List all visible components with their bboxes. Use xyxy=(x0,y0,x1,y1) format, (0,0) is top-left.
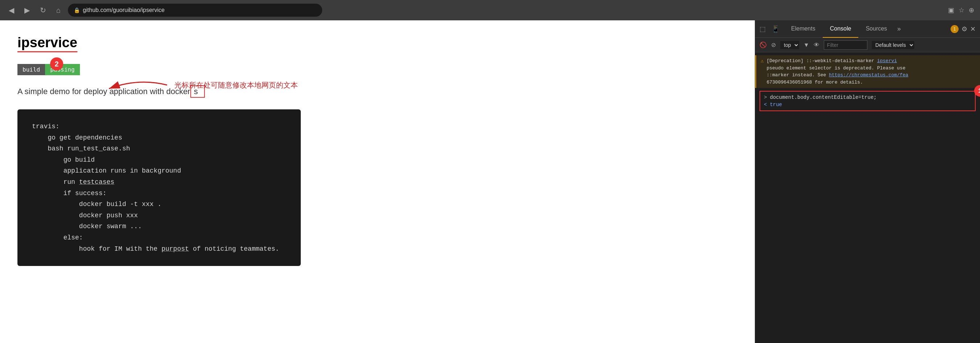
console-warning: ⚠ [Deprecation] ::-webkit-details-marker… xyxy=(755,55,980,88)
more-tabs-icon[interactable]: » xyxy=(894,25,904,33)
inspect-icon[interactable]: ⬚ xyxy=(759,25,766,33)
console-input-line: > document.body.contentEditable=true; xyxy=(764,94,971,101)
console-output-value: true xyxy=(770,102,782,108)
cast-button[interactable]: ▣ xyxy=(948,6,954,14)
annotation-text: 光标所在处可随意修改本地网页的文本 xyxy=(174,80,298,90)
main-layout: ipservice build passing 2 光标所在处可随意修改本地网页… xyxy=(0,20,980,343)
code-line-11: else: xyxy=(32,232,286,243)
refresh-button[interactable]: ↻ xyxy=(37,4,49,16)
console-clear-icon[interactable]: ⊘ xyxy=(771,41,776,48)
home-button[interactable]: ⌂ xyxy=(53,5,64,16)
console-cmd-wrapper: > document.body.contentEditable=true; < … xyxy=(755,91,980,111)
tab-console[interactable]: Console xyxy=(823,20,859,38)
badge-row: build passing 2 xyxy=(18,64,737,75)
code-line-8: docker build -t xxx . xyxy=(32,199,286,210)
chromestatus-link[interactable]: https://chromestatus.com/fea xyxy=(829,72,908,78)
site-title: ipservice xyxy=(18,35,77,52)
devtools-toolbar: ⬚ 📱 Elements Console Sources » 1 ⚙ xyxy=(755,20,980,38)
extension-button[interactable]: ⊕ xyxy=(969,6,974,14)
console-context-select[interactable]: top xyxy=(780,41,799,49)
warning-icon: ⚠ xyxy=(760,58,764,64)
warning-link[interactable]: ipservi xyxy=(877,58,897,64)
console-output-line: < true xyxy=(764,101,971,108)
browser-actions: ▣ ☆ ⊕ xyxy=(948,6,974,14)
devtools-close-icon[interactable]: ✕ xyxy=(970,25,976,33)
console-ban-icon[interactable]: 🚫 xyxy=(759,41,767,48)
console-command[interactable]: document.body.contentEditable=true; xyxy=(770,94,877,100)
console-eye-icon[interactable]: 👁 xyxy=(814,42,819,48)
code-block: travis: go get dependencies bash run_tes… xyxy=(18,109,301,266)
warning-message: [Deprecation] ::-webkit-details-marker i… xyxy=(767,57,976,86)
tab-sources[interactable]: Sources xyxy=(858,20,894,38)
annotation-arrow xyxy=(102,74,174,96)
code-line-4: go build xyxy=(32,155,286,166)
badge-build: build xyxy=(18,64,45,75)
badge-number-2: 2 xyxy=(50,57,63,70)
console-content: ⚠ [Deprecation] ::-webkit-details-marker… xyxy=(755,52,980,343)
devtools-tabs: Elements Console Sources » xyxy=(784,20,943,38)
code-line-1: travis: xyxy=(32,121,286,132)
annotation-container: 光标所在处可随意修改本地网页的文本 xyxy=(102,74,298,96)
output-arrow: < xyxy=(764,102,767,108)
warning-count-badge: 1 xyxy=(951,25,959,33)
code-line-5: application runs in background xyxy=(32,165,286,177)
devtools-settings-icon[interactable]: ⚙ xyxy=(961,25,967,33)
code-line-3: bash run_test_case.sh xyxy=(32,143,286,155)
devtools-panel: ⬚ 📱 Elements Console Sources » 1 ⚙ xyxy=(755,20,980,343)
code-line-10: docker swarm ... xyxy=(32,221,286,232)
console-level-select[interactable]: Default levels xyxy=(872,41,914,49)
code-line-6: run testcases xyxy=(32,177,286,188)
code-line-9: docker push xxx xyxy=(32,210,286,221)
forward-button[interactable]: ▶ xyxy=(21,4,33,16)
lock-icon: 🔒 xyxy=(74,7,80,13)
console-cmd-block: > document.body.contentEditable=true; < … xyxy=(759,91,976,111)
device-icon[interactable]: 📱 xyxy=(772,25,780,33)
browser-chrome: ◀ ▶ ↻ ⌂ 🔒 github.com/guoruibiao/ipservic… xyxy=(0,0,980,20)
purpost-link[interactable]: purpost xyxy=(161,245,189,252)
console-filter-input[interactable] xyxy=(824,40,867,50)
address-bar[interactable]: 🔒 github.com/guoruibiao/ipservice xyxy=(68,4,322,17)
code-line-7: if success: xyxy=(32,188,286,199)
cmd-arrow: > xyxy=(764,94,767,100)
code-line-12: hook for IM with the purpost of noticing… xyxy=(32,243,286,255)
star-button[interactable]: ☆ xyxy=(959,6,964,14)
testcases-link[interactable]: testcases xyxy=(79,179,115,186)
console-toolbar: 🚫 ⊘ top ▼ 👁 Default levels xyxy=(755,38,980,52)
address-text: github.com/guoruibiao/ipservice xyxy=(83,7,165,13)
code-line-2: go get dependencies xyxy=(32,132,286,144)
devtools-icon-group: ⬚ 📱 xyxy=(755,25,784,33)
tab-elements[interactable]: Elements xyxy=(784,20,823,38)
back-button[interactable]: ◀ xyxy=(6,4,17,16)
page-content: ipservice build passing 2 光标所在处可随意修改本地网页… xyxy=(0,20,755,343)
context-arrow-icon: ▼ xyxy=(803,42,809,48)
